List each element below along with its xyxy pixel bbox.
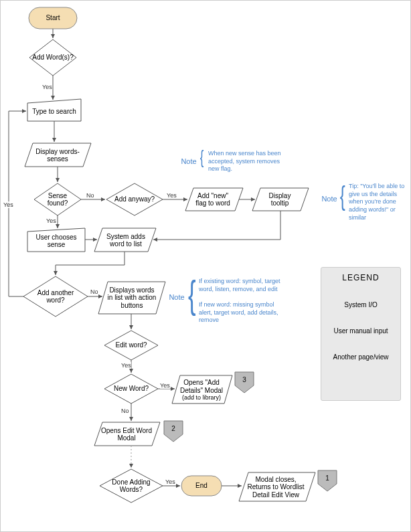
node-offpage1: 1 [318,470,337,486]
edge-newword-no: No [121,408,129,414]
openedit-label: Opens Edit Word Modal [101,427,152,442]
edge-newword-yes: Yes [160,382,170,389]
node-newword: New Word? [108,381,155,397]
userchoose-label: User chooses sense [31,234,81,249]
node-addanyway: Add anyway? [110,191,159,208]
offpage1-label: 1 [325,474,329,482]
note3-label: Note [167,290,187,304]
newword-label: New Word? [114,385,149,393]
node-addanother: Add another word? [29,286,82,307]
tooltip-label: Display tooltip [259,192,301,207]
legend-item-3: Another page/view [333,353,389,361]
systemadds-label: System adds word to list [102,233,149,248]
typesearch-label: Type to search [32,108,76,116]
node-sensefound: Sense found? [37,188,78,211]
sensefound-label: Sense found? [39,192,76,207]
node-opensadd: Opens "Add Details" Modal (add to librar… [175,377,228,404]
addwords-label: Add Word(s)? [32,54,74,62]
flowchart-canvas: Start Add Word(s)? Type to search Displa… [0,0,411,532]
node-offpage2: 2 [164,421,183,437]
brace-icon: { [200,148,204,167]
offpage2-label: 2 [171,425,175,433]
node-openedit: Opens Edit Word Modal [98,424,155,445]
legend: LEGEND System I/O User manual input Anot… [321,267,401,401]
legend-item-1: System I/O [344,301,377,308]
note2-label: Note [319,192,339,205]
brace-icon: { [340,183,345,209]
edge-sensefound-no: No [86,192,94,199]
node-start: Start [29,7,77,29]
modalcloses-label: Modal closes, Returns to Wordlist Detail… [246,476,306,499]
displayws-label: Display words-senses [31,148,84,163]
offpage3-label: 3 [242,376,246,384]
start-label: Start [46,14,60,22]
brace-icon: { [188,275,196,314]
addnewflag-label: Add "new" flag to word [192,192,234,207]
legend-item-2: User manual input [333,327,388,335]
legend-title: LEGEND [329,273,392,282]
node-userchoose: User chooses sense [29,231,84,251]
node-displayws: Display words-senses [29,145,86,166]
doneadding-label: Done Adding Words? [106,478,156,494]
edge-addanyway-yes: Yes [167,192,177,199]
end-label: End [195,482,208,490]
node-tooltip: Display tooltip [256,191,303,208]
node-editword: Edit word? [108,337,155,353]
edge-addanother-yes: Yes [3,201,13,208]
node-systemadds: System adds word to list [100,230,152,250]
edge-doneadding-yes: Yes [165,478,175,485]
addanother-label: Add another word? [31,289,80,304]
node-offpage3: 3 [235,372,254,388]
node-addnewflag: Add "new" flag to word [189,189,236,209]
edge-addwords-yes: Yes [42,84,52,90]
note3-text: If existing word: symbol, target word, l… [199,278,286,325]
node-displaylist: Displays words in list with action butto… [104,283,159,313]
edge-sensefound-yes: Yes [46,217,56,224]
node-doneadding: Done Adding Words? [104,476,159,496]
editword-label: Edit word? [115,341,147,349]
node-end: End [181,476,222,496]
opensadd-label: Opens "Add Details" Modal [177,379,226,394]
flowchart-svg [1,1,411,532]
note1-label: Note [179,155,199,168]
note2-text: Tip: "You'll be able to give us the deta… [349,183,409,221]
addanyway-label: Add anyway? [114,195,155,203]
opensadd-sublabel: (add to library) [182,394,221,401]
node-typesearch: Type to search [27,102,81,121]
node-addwords: Add Word(s)? [29,43,76,72]
node-modalcloses: Modal closes, Returns to Wordlist Detail… [243,473,309,501]
edge-addanother-no: No [90,288,98,295]
note1-text: When new sense has been accepted, system… [208,150,282,173]
displaylist-label: Displays words in list with action butto… [107,286,157,310]
edge-editword-yes: Yes [121,362,131,369]
